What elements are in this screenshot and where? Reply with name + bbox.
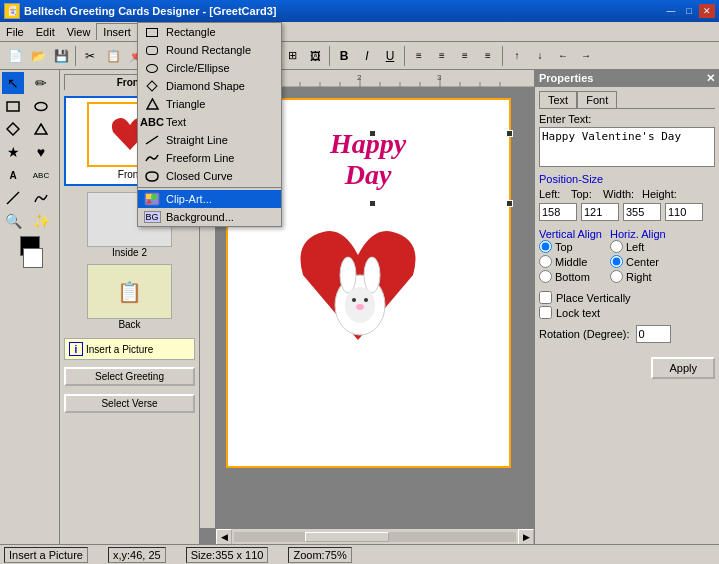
halign-right[interactable]: Right bbox=[610, 270, 666, 283]
left-input[interactable] bbox=[539, 203, 577, 221]
halign-left-radio[interactable] bbox=[610, 240, 623, 253]
text-element[interactable]: Happy Day bbox=[268, 125, 468, 195]
close-button[interactable]: ✕ bbox=[699, 4, 715, 18]
minimize-button[interactable]: — bbox=[663, 4, 679, 18]
horiz-align-options: Left Center Right bbox=[610, 240, 666, 283]
scroll-right-btn[interactable]: ▶ bbox=[518, 529, 534, 545]
menu-item-rectangle[interactable]: Rectangle bbox=[138, 23, 281, 41]
select-greeting-button[interactable]: Select Greeting bbox=[64, 367, 195, 386]
new-button[interactable]: 📄 bbox=[4, 45, 26, 67]
scroll-thumb[interactable] bbox=[305, 532, 390, 542]
valign-middle-radio[interactable] bbox=[539, 255, 552, 268]
scrollbar-horizontal[interactable]: ◀ ▶ bbox=[216, 528, 534, 544]
rect-tool[interactable] bbox=[2, 95, 24, 117]
menu-item-diamond-shape[interactable]: Diamond Shape bbox=[138, 77, 281, 95]
halign-right-radio[interactable] bbox=[610, 270, 623, 283]
align-center-btn[interactable]: ≡ bbox=[431, 45, 453, 67]
card-text-happy: Happy bbox=[330, 129, 406, 160]
menu-item-text[interactable]: ABC Text bbox=[138, 113, 281, 131]
menu-item-circle-ellipse[interactable]: Circle/Ellipse bbox=[138, 59, 281, 77]
halign-center[interactable]: Center bbox=[610, 255, 666, 268]
lock-text-input[interactable] bbox=[539, 306, 552, 319]
svg-point-32 bbox=[364, 257, 380, 293]
abc-tool[interactable]: ABC bbox=[30, 164, 52, 186]
underline-btn[interactable]: U bbox=[379, 45, 401, 67]
curve-tool[interactable] bbox=[30, 187, 52, 209]
valign-middle[interactable]: Middle bbox=[539, 255, 602, 268]
triangle-tool[interactable] bbox=[30, 118, 52, 140]
valign-top-radio[interactable] bbox=[539, 240, 552, 253]
card-image[interactable] bbox=[288, 200, 428, 362]
align-right-btn[interactable]: ≡ bbox=[454, 45, 476, 67]
menu-item-closed-curve[interactable]: Closed Curve bbox=[138, 167, 281, 185]
handle-right-mid[interactable] bbox=[506, 130, 513, 137]
width-input[interactable] bbox=[623, 203, 661, 221]
menu-item-round-rectangle[interactable]: Round Rectangle bbox=[138, 41, 281, 59]
halign-left[interactable]: Left bbox=[610, 240, 666, 253]
apply-button[interactable]: Apply bbox=[651, 357, 715, 379]
menu-item-straight-line[interactable]: Straight Line bbox=[138, 131, 281, 149]
place-vertically-input[interactable] bbox=[539, 291, 552, 304]
menu-file[interactable]: File bbox=[0, 24, 30, 40]
ellipse-tool[interactable] bbox=[30, 95, 52, 117]
closed-curve-icon bbox=[144, 169, 160, 183]
menu-view[interactable]: View bbox=[61, 24, 97, 40]
diamond-tool[interactable] bbox=[2, 118, 24, 140]
line-tool[interactable] bbox=[2, 187, 24, 209]
scroll-track[interactable] bbox=[234, 532, 516, 542]
menu-item-triangle[interactable]: Triangle bbox=[138, 95, 281, 113]
align-left-btn[interactable]: ≡ bbox=[408, 45, 430, 67]
menu-item-freeform-line[interactable]: Freeform Line bbox=[138, 149, 281, 167]
valign-bottom[interactable]: Bottom bbox=[539, 270, 602, 283]
handle-right-bot[interactable] bbox=[506, 200, 513, 207]
rotation-row: Rotation (Degree): bbox=[539, 325, 715, 343]
menu-item-background[interactable]: BG Background... bbox=[138, 208, 281, 226]
heart-tool[interactable]: ♥ bbox=[30, 141, 52, 163]
save-button[interactable]: 💾 bbox=[50, 45, 72, 67]
vertical-align-options: Top Middle Bottom bbox=[539, 240, 602, 283]
menu-edit[interactable]: Edit bbox=[30, 24, 61, 40]
grid-btn[interactable]: ⊞ bbox=[281, 45, 303, 67]
lock-text-checkbox[interactable]: Lock text bbox=[539, 306, 715, 319]
italic-btn[interactable]: I bbox=[356, 45, 378, 67]
justify-btn[interactable]: ≡ bbox=[477, 45, 499, 67]
menu-item-clip-art[interactable]: Clip-Art... bbox=[138, 190, 281, 208]
vertical-align-group: Vertical Align Top Middle Bottom bbox=[539, 228, 602, 283]
more-btn3[interactable]: ← bbox=[552, 45, 574, 67]
copy-button[interactable]: 📋 bbox=[102, 45, 124, 67]
place-vertically-checkbox[interactable]: Place Vertically bbox=[539, 291, 715, 304]
select-verse-button[interactable]: Select Verse bbox=[64, 394, 195, 413]
valign-top[interactable]: Top bbox=[539, 240, 602, 253]
open-button[interactable]: 📂 bbox=[27, 45, 49, 67]
effects-tool[interactable]: ✨ bbox=[30, 210, 52, 232]
top-input[interactable] bbox=[581, 203, 619, 221]
background-color[interactable] bbox=[23, 248, 43, 268]
properties-close-icon[interactable]: ✕ bbox=[706, 72, 715, 85]
img-btn[interactable]: 🖼 bbox=[304, 45, 326, 67]
more-btn1[interactable]: ↑ bbox=[506, 45, 528, 67]
cut-button[interactable]: ✂ bbox=[79, 45, 101, 67]
back-thumb[interactable]: 📋 bbox=[87, 264, 172, 319]
select-tool[interactable]: ↖ bbox=[2, 72, 24, 94]
star-tool[interactable]: ★ bbox=[2, 141, 24, 163]
menu-insert[interactable]: Insert bbox=[96, 23, 138, 40]
height-input[interactable] bbox=[665, 203, 703, 221]
bold-btn[interactable]: B bbox=[333, 45, 355, 67]
halign-right-label: Right bbox=[626, 271, 652, 283]
rotation-input[interactable] bbox=[636, 325, 671, 343]
scroll-left-btn[interactable]: ◀ bbox=[216, 529, 232, 545]
more-btn4[interactable]: → bbox=[575, 45, 597, 67]
valign-bottom-radio[interactable] bbox=[539, 270, 552, 283]
halign-center-label: Center bbox=[626, 256, 659, 268]
tab-text[interactable]: Text bbox=[539, 91, 577, 108]
zoom-tool[interactable]: 🔍 bbox=[2, 210, 24, 232]
halign-center-radio[interactable] bbox=[610, 255, 623, 268]
paint-tool[interactable]: ✏ bbox=[30, 72, 52, 94]
main-layout: ↖ ✏ ★ ♥ A ABC 🔍 ✨ bbox=[0, 70, 719, 544]
status-bar: Insert a Picture x,y:46, 25 Size:355 x 1… bbox=[0, 544, 719, 564]
text-tool[interactable]: A bbox=[2, 164, 24, 186]
tab-font[interactable]: Font bbox=[577, 91, 617, 108]
more-btn2[interactable]: ↓ bbox=[529, 45, 551, 67]
maximize-button[interactable]: □ bbox=[681, 4, 697, 18]
text-input[interactable]: Happy Valentine's Day bbox=[539, 127, 715, 167]
